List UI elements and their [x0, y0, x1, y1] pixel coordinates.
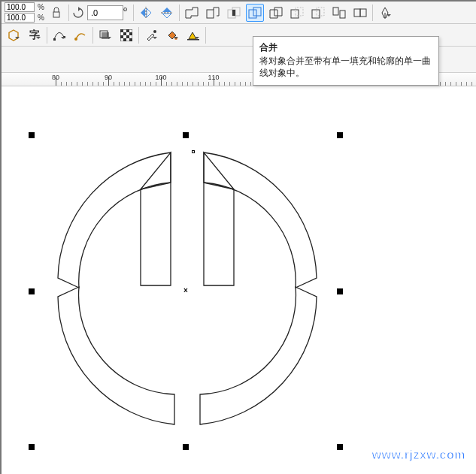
intersect-icon [227, 7, 241, 19]
svg-point-21 [74, 38, 77, 41]
svg-rect-16 [360, 9, 366, 17]
svg-rect-30 [126, 35, 129, 38]
hexagon-icon [7, 29, 20, 42]
svg-rect-8 [253, 8, 261, 16]
ruler-number: 80 [52, 74, 59, 81]
ruler-number: 90 [105, 74, 112, 81]
smooth-tool-button[interactable] [71, 26, 89, 44]
svg-rect-29 [120, 35, 123, 38]
svg-rect-0 [53, 12, 59, 17]
canvas-artwork [2, 86, 476, 474]
svg-rect-3 [207, 10, 214, 18]
scale-x-field[interactable]: 100.0 [5, 2, 35, 12]
scale-y-field[interactable]: 100.0 [5, 13, 35, 23]
svg-rect-14 [340, 11, 345, 18]
separator [47, 27, 47, 44]
property-bar: 100.0 % 100.0 % .0 o [2, 2, 476, 24]
svg-rect-6 [232, 10, 235, 16]
outline-pen-button[interactable] [376, 4, 394, 22]
break-apart-icon [353, 7, 367, 19]
front-minus-back-icon [269, 7, 283, 19]
front-minus-back-button[interactable] [267, 4, 285, 22]
svg-point-34 [174, 37, 177, 40]
rotate-icon [72, 7, 84, 19]
simplify-button[interactable] [246, 4, 264, 22]
lock-icon [51, 6, 62, 20]
boundary-icon [311, 7, 325, 19]
mirror-horizontal-button[interactable] [137, 4, 155, 22]
tooltip-body: 将对象合并至带有单一填充和轮廓的单一曲线对象中。 [259, 55, 432, 79]
back-minus-front-icon [290, 7, 304, 19]
watermark: www.rjzxw.com [372, 448, 465, 462]
svg-marker-18 [9, 30, 18, 41]
svg-rect-32 [129, 38, 132, 41]
svg-rect-19 [53, 38, 56, 41]
break-apart-button[interactable] [351, 4, 369, 22]
tooltip-title: 合并 [259, 41, 432, 53]
svg-rect-15 [354, 9, 360, 17]
arc-bottom-left[interactable] [58, 287, 174, 424]
rotation-field[interactable]: .0 [87, 5, 123, 20]
weld-icon [185, 7, 199, 19]
shadow-icon [99, 29, 112, 41]
pct-label-x: % [38, 3, 44, 11]
blade-left[interactable] [141, 152, 171, 285]
combine-button[interactable] [330, 4, 348, 22]
ruler-number: 110 [208, 74, 219, 81]
selection-handle[interactable] [183, 132, 189, 138]
svg-rect-10 [296, 8, 303, 16]
freehand-tool-button[interactable] [50, 26, 68, 44]
fill-bucket-icon [166, 29, 178, 41]
mirror-vertical-button[interactable] [158, 4, 176, 22]
boundary-button[interactable] [309, 4, 327, 22]
svg-rect-25 [120, 29, 123, 32]
mirror-horizontal-icon [139, 7, 153, 19]
canvas[interactable]: × www.rjzxw.com [2, 86, 476, 474]
separator [92, 27, 93, 44]
selection-handle[interactable] [29, 444, 35, 450]
eyedropper-button[interactable] [142, 26, 160, 44]
separator [68, 5, 69, 21]
separator [179, 5, 180, 21]
svg-rect-31 [123, 38, 126, 41]
svg-rect-11 [317, 8, 324, 16]
curve-icon [74, 29, 86, 41]
svg-rect-27 [123, 32, 126, 35]
trim-button[interactable] [204, 4, 222, 22]
degree-symbol: o [123, 5, 127, 13]
selection-handle[interactable] [337, 288, 343, 294]
selection-handle[interactable] [29, 132, 35, 138]
svg-rect-9 [291, 10, 299, 18]
text-icon: 字 [29, 29, 40, 42]
selection-handle[interactable] [337, 132, 343, 138]
checker-icon [120, 29, 132, 41]
svg-rect-13 [333, 8, 338, 15]
back-minus-front-button[interactable] [288, 4, 306, 22]
transparency-button[interactable] [117, 26, 135, 44]
pen-nib-icon [380, 7, 390, 19]
blade-right[interactable] [204, 152, 234, 285]
pct-label-y: % [38, 14, 44, 22]
selection-handle[interactable] [183, 444, 189, 450]
separator [372, 5, 373, 21]
text-tool-button[interactable]: 字 [26, 26, 44, 44]
svg-point-33 [153, 30, 156, 33]
selection-handle[interactable] [29, 288, 35, 294]
trim-icon [206, 7, 220, 19]
polygon-tool-button[interactable] [5, 26, 23, 44]
smart-fill-icon [186, 29, 200, 41]
interactive-fill-button[interactable] [163, 26, 181, 44]
intersect-button[interactable] [225, 4, 243, 22]
svg-rect-26 [126, 29, 129, 32]
smart-fill-button[interactable] [184, 26, 202, 44]
arc-bottom-right[interactable] [200, 287, 317, 424]
selection-center[interactable]: × [183, 288, 188, 293]
mirror-vertical-icon [161, 6, 173, 20]
node-handle[interactable] [192, 150, 195, 153]
eyedropper-icon [145, 29, 157, 41]
lock-ratio-button[interactable] [47, 4, 65, 22]
weld-button[interactable] [183, 4, 201, 22]
selection-handle[interactable] [337, 444, 343, 450]
separator [138, 27, 139, 44]
drop-shadow-button[interactable] [96, 26, 114, 44]
